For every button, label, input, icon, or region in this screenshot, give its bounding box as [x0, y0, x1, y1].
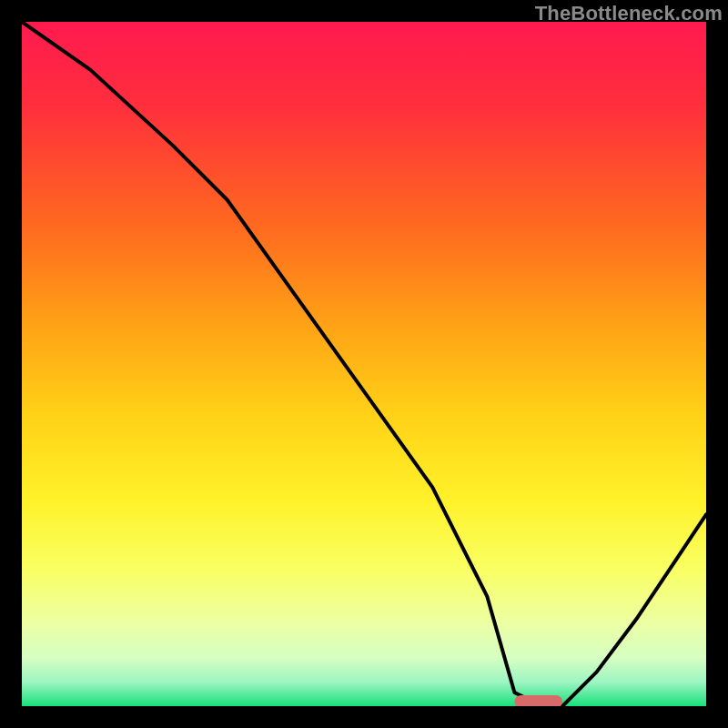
plot-area	[22, 22, 706, 706]
watermark-text: TheBottleneck.com	[535, 2, 723, 25]
chart-frame: TheBottleneck.com	[0, 0, 728, 728]
optimal-range-marker	[514, 695, 562, 706]
gradient-background	[22, 22, 706, 706]
chart-svg	[22, 22, 706, 706]
